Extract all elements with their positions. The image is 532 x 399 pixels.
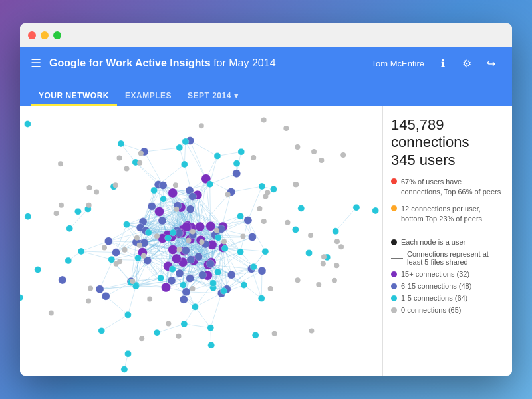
close-dot[interactable]: [28, 31, 36, 39]
header-title: Google for Work Active Insights for May …: [49, 57, 372, 69]
insight-item-1: 12 connections per user, bottom Top 23% …: [391, 204, 504, 225]
header-title-suffix: for May 2014: [211, 57, 276, 68]
legend-text-mid: 6-15 connections (48): [401, 282, 471, 290]
legend-zero: 0 connections (65): [391, 306, 504, 314]
insight-text-1: 12 connections per user, bottom Top 23% …: [401, 204, 504, 225]
app-window: ☰ Google for Work Active Insights for Ma…: [20, 23, 512, 376]
titlebar: [20, 23, 512, 47]
info-button[interactable]: ℹ: [432, 53, 454, 74]
legend-mid: 6-15 connections (48): [391, 282, 504, 290]
legend-dot-low: [391, 295, 397, 301]
legend-dot-mid: [391, 283, 397, 289]
network-graph[interactable]: [20, 106, 382, 376]
minimize-dot[interactable]: [41, 31, 49, 39]
insight-dot-0: [391, 178, 397, 184]
legend-low: 1-5 connections (64): [391, 294, 504, 302]
graph-canvas: [20, 106, 382, 376]
legend-node: Each node is a user: [391, 238, 504, 246]
insight-dot-1: [391, 205, 397, 211]
stats-sidebar: 145,789 connections 345 users 67% of use…: [382, 106, 512, 376]
header-title-main: Google for Work Active Insights: [49, 57, 211, 68]
users-count: 345 users: [391, 152, 504, 169]
content-area: 145,789 connections 345 users 67% of use…: [20, 106, 512, 376]
divider: [391, 231, 504, 231]
share-button[interactable]: ↪: [480, 53, 501, 74]
legend-line-connection: [391, 258, 403, 259]
insight-text-0: 67% of users have connections, Top 66% o…: [401, 177, 504, 198]
nav-bar: YOUR NETWORK EXAMPLES SEPT 2014 ▾: [20, 79, 512, 106]
menu-icon[interactable]: ☰: [31, 56, 41, 70]
legend-dot-zero: [391, 307, 397, 313]
header: ☰ Google for Work Active Insights for Ma…: [20, 47, 512, 79]
tab-your-network[interactable]: YOUR NETWORK: [31, 91, 117, 106]
settings-button[interactable]: ⚙: [456, 53, 477, 74]
insight-item-0: 67% of users have connections, Top 66% o…: [391, 177, 504, 198]
legend-text-node: Each node is a user: [401, 238, 466, 246]
legend-connection: Connections represent at least 5 files s…: [391, 250, 504, 266]
legend-text-low: 1-5 connections (64): [401, 294, 467, 302]
legend-text-zero: 0 connections (65): [401, 306, 462, 314]
legend-high: 15+ connections (32): [391, 270, 504, 278]
tab-examples[interactable]: EXAMPLES: [117, 91, 180, 106]
legend-text-high: 15+ connections (32): [401, 270, 469, 278]
connections-count: 145,789 connections: [391, 116, 504, 152]
user-name: Tom McEntire: [372, 59, 424, 68]
maximize-dot[interactable]: [53, 31, 61, 39]
tab-sept-2014[interactable]: SEPT 2014 ▾: [180, 91, 246, 106]
legend-dot-node: [391, 239, 397, 245]
legend-text-connection: Connections represent at least 5 files s…: [407, 250, 504, 266]
legend-dot-high: [391, 271, 397, 277]
header-actions: Tom McEntire ℹ ⚙ ↪: [372, 53, 501, 74]
